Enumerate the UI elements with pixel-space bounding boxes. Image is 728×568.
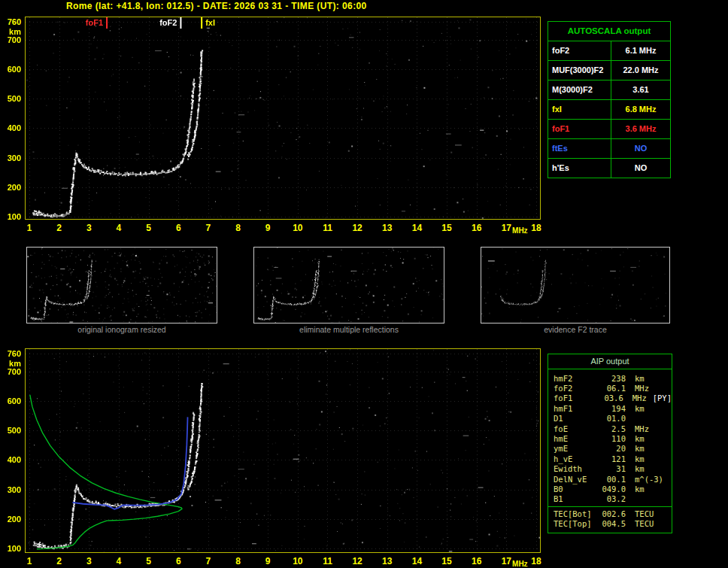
x-axis-tick: 13 bbox=[379, 223, 396, 233]
aip-param-name: hmF1 bbox=[554, 404, 599, 413]
aip-row: foE2.5MHz bbox=[554, 424, 672, 433]
autoscala-param-label: MUF(3000)F2 bbox=[548, 61, 611, 80]
y-axis-tick: 700 bbox=[2, 35, 21, 44]
thumbnail-original-ionogram bbox=[26, 247, 217, 323]
y-axis-tick: 100 bbox=[2, 544, 21, 553]
autoscala-param-label: foF2 bbox=[548, 41, 611, 60]
y-axis-tick: 760 bbox=[2, 17, 21, 26]
profile-plot-bottom bbox=[25, 348, 541, 553]
aip-param-name: B0 bbox=[554, 484, 599, 494]
y-axis-tick: 400 bbox=[2, 123, 21, 132]
aip-row: hmF1194km bbox=[554, 403, 672, 413]
ionogram-plot-top bbox=[25, 17, 541, 220]
autoscala-row: MUF(3000)F222.0 MHz bbox=[548, 60, 670, 80]
aip-table-body: hmF2238kmfoF206.1MHzfoF103.6MHz[PY]hmF11… bbox=[548, 369, 672, 529]
aip-row: TEC[Top]004.5TECU bbox=[554, 518, 672, 528]
y-axis-tick: 500 bbox=[2, 94, 21, 103]
aip-param-value: 049.0 bbox=[599, 484, 626, 494]
autoscala-app-window: Rome (lat: +41.8, lon: 012.5) - DATE: 20… bbox=[0, 0, 728, 568]
aip-param-name: h_vE bbox=[554, 454, 599, 463]
autoscala-table-body: foF26.1 MHzMUF(3000)F222.0 MHzM(3000)F23… bbox=[548, 41, 670, 178]
x-axis-tick: 9 bbox=[259, 223, 276, 233]
autoscala-row: foF13.6 MHz bbox=[548, 119, 670, 138]
station-title: Rome (lat: +41.8, lon: 012.5) - DATE: 20… bbox=[66, 1, 367, 11]
x-axis-tick: 8 bbox=[230, 223, 247, 233]
aip-param-name: hmF2 bbox=[554, 374, 599, 383]
autoscala-row: h'EsNO bbox=[548, 158, 670, 178]
profile-canvas-bottom bbox=[26, 349, 540, 552]
x-axis-tick: 18 bbox=[528, 556, 544, 566]
aip-row: h_vE121km bbox=[554, 454, 672, 463]
aip-row: TEC[Bot]002.6TECU bbox=[554, 509, 672, 518]
y-axis-tick: 600 bbox=[2, 65, 21, 74]
aip-param-value: 194 bbox=[599, 404, 626, 413]
aip-param-value: 2.5 bbox=[599, 424, 626, 433]
x-axis-tick: 8 bbox=[230, 556, 247, 566]
x-axis-tick: 6 bbox=[170, 223, 187, 233]
km-unit-label: km bbox=[2, 27, 21, 36]
autoscala-param-label: h'Es bbox=[548, 159, 611, 178]
aip-param-value: 121 bbox=[599, 454, 626, 463]
marker-label-fof1: foF1 bbox=[86, 18, 103, 27]
aip-param-unit: TECU bbox=[635, 519, 654, 528]
x-axis-tick: 14 bbox=[408, 223, 425, 233]
autoscala-param-value: 3.61 bbox=[611, 80, 670, 99]
x-axis-tick: 4 bbox=[111, 556, 127, 566]
y-axis-tick: 200 bbox=[2, 515, 21, 524]
aip-param-value: 00.1 bbox=[599, 475, 626, 484]
x-axis-tick: 7 bbox=[200, 223, 217, 233]
caption-multiple-reflections: eliminate multiple reflections bbox=[253, 325, 444, 334]
y-axis-tick: 700 bbox=[2, 367, 21, 376]
autoscala-panel-title: AUTOSCALA output bbox=[548, 22, 670, 41]
x-axis-tick: 2 bbox=[51, 556, 68, 566]
autoscala-param-label: foF1 bbox=[548, 120, 611, 138]
aip-param-unit: km bbox=[635, 464, 645, 473]
marker-label-fxi: fxI bbox=[205, 18, 215, 27]
aip-param-value: 110 bbox=[599, 434, 626, 443]
x-axis-tick: 15 bbox=[438, 223, 455, 233]
autoscala-param-value: 22.0 MHz bbox=[611, 61, 670, 80]
y-axis-tick: 300 bbox=[2, 485, 21, 494]
ionogram-canvas-top bbox=[26, 17, 540, 219]
autoscala-param-label: fxI bbox=[548, 100, 611, 119]
x-axis-tick: 10 bbox=[290, 223, 306, 233]
y-axis-tick: 400 bbox=[2, 455, 21, 464]
autoscala-param-value: 6.1 MHz bbox=[611, 41, 670, 60]
autoscala-param-value: NO bbox=[611, 159, 670, 178]
aip-param-value: 06.1 bbox=[599, 384, 626, 393]
x-axis-tick: 1 bbox=[21, 223, 38, 233]
thumbnail-original-canvas bbox=[27, 248, 217, 323]
x-axis-tick: 11 bbox=[319, 556, 335, 566]
aip-param-unit: MHz bbox=[635, 384, 649, 393]
aip-param-name: hmE bbox=[554, 434, 599, 443]
x-axis-tick: 9 bbox=[259, 556, 276, 566]
aip-row: ymE20km bbox=[554, 444, 672, 454]
autoscala-row: foF26.1 MHz bbox=[548, 41, 670, 60]
aip-param-unit: MHz bbox=[632, 393, 647, 402]
y-axis-tick: 300 bbox=[2, 153, 21, 163]
x-axis-tick: 16 bbox=[469, 223, 485, 233]
autoscala-row: M(3000)F23.61 bbox=[548, 80, 670, 99]
aip-param-value: 03.2 bbox=[599, 494, 626, 503]
x-axis-tick: 5 bbox=[141, 223, 157, 233]
mhz-unit-label: MHz bbox=[512, 226, 528, 235]
aip-separator bbox=[548, 506, 672, 507]
aip-param-unit: km bbox=[635, 434, 645, 443]
x-axis-tick: 14 bbox=[408, 556, 425, 566]
aip-param-unit: km bbox=[635, 374, 645, 383]
x-axis-tick: 10 bbox=[290, 556, 306, 566]
x-axis-tick: 11 bbox=[319, 223, 335, 233]
aip-panel-title: AIP output bbox=[548, 354, 672, 369]
aip-row: B0049.0km bbox=[554, 484, 672, 494]
thumbnail-multiple-reflections bbox=[253, 247, 444, 323]
aip-param-unit: km bbox=[635, 484, 645, 494]
aip-output-panel: AIP output hmF2238kmfoF206.1MHzfoF103.6M… bbox=[548, 354, 672, 533]
aip-param-value: 004.5 bbox=[599, 519, 626, 528]
aip-param-unit: km bbox=[635, 444, 645, 453]
aip-param-unit: km bbox=[635, 454, 645, 463]
y-axis-tick: 500 bbox=[2, 426, 21, 435]
aip-row: foF103.6MHz[PY] bbox=[554, 393, 672, 403]
caption-original-ionogram: original ionogram resized bbox=[26, 325, 217, 334]
aip-param-value: 20 bbox=[599, 444, 626, 453]
autoscala-param-label: ftEs bbox=[548, 139, 611, 158]
